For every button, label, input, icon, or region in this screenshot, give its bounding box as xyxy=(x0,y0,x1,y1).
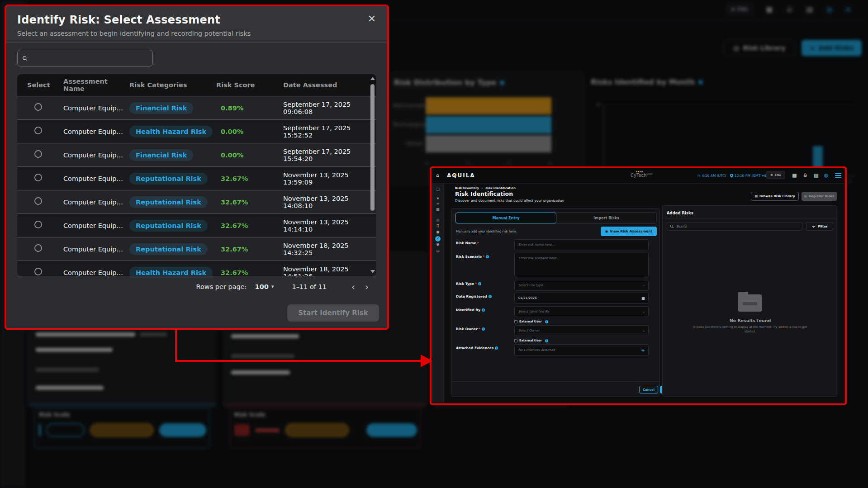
register-risks-button[interactable]: ⊞ Register Risks xyxy=(802,192,837,201)
risk-category-badge: Health Hazard Risk xyxy=(129,267,213,276)
cancel-button[interactable]: Cancel xyxy=(639,386,658,393)
next-page-button[interactable]: › xyxy=(360,281,374,292)
info-icon: i xyxy=(486,255,489,258)
assessment-name-cell: Computer Equip… xyxy=(63,246,129,253)
added-risks-search[interactable]: Search xyxy=(667,222,802,231)
table-row[interactable]: Computer Equip… Reputational Risk 32.67%… xyxy=(17,190,376,213)
row-radio[interactable] xyxy=(34,150,42,158)
chevron-down-icon: ⌄ xyxy=(642,310,645,313)
utc-time: ◷ 4:10 AM (UTC) xyxy=(697,174,726,178)
start-identify-risk-button[interactable]: Start Identify Risk xyxy=(287,304,379,322)
assessment-search[interactable] xyxy=(17,50,153,66)
bank-icon[interactable]: Π xyxy=(432,224,444,229)
date-registered-input[interactable]: 01/21/2026 ▦ xyxy=(514,293,649,303)
risk-category-badge: Reputational Risk xyxy=(129,220,208,232)
table-row[interactable]: Computer Equip… Financial Risk 0.89% Sep… xyxy=(17,96,376,119)
rows-per-page-value[interactable]: 100 xyxy=(255,283,269,290)
rows-per-page-label: Rows per page: xyxy=(196,283,247,290)
row-radio[interactable] xyxy=(34,127,42,134)
scrollbar-thumb[interactable] xyxy=(370,84,375,211)
row-radio[interactable] xyxy=(34,197,42,205)
screenshot-root: ⊕ ENG ▦ 🕭 ▤ ◍ ≡ ▤ Risk Library + Add Ris… xyxy=(0,0,868,488)
tab-import-risks[interactable]: Import Risks xyxy=(556,213,656,223)
list-icon[interactable]: ≡ xyxy=(432,202,444,206)
panel-icon[interactable]: ❏ xyxy=(432,187,444,192)
table-row[interactable]: Computer Equip… Health Hazard Risk 0.00%… xyxy=(17,119,376,143)
risk-name-input[interactable]: Enter risk name here... xyxy=(514,239,649,250)
row-radio[interactable] xyxy=(34,244,42,252)
bell-icon[interactable]: 🕭 xyxy=(802,172,808,178)
date-assessed-cell: November 13, 2025 14:14:10 xyxy=(283,218,376,233)
home-icon[interactable]: ⌂ xyxy=(436,172,439,178)
date-assessed-cell: November 13, 2025 14:08:10 xyxy=(283,195,376,209)
row-radio[interactable] xyxy=(34,103,42,111)
no-results-title: No Results found xyxy=(663,318,838,323)
added-risks-title: Added Risks xyxy=(667,211,693,215)
assessment-table: Select Assessment Name Risk Categories R… xyxy=(17,74,376,276)
risk-category-badge: Financial Risk xyxy=(129,149,193,161)
external-user-checkbox[interactable] xyxy=(514,339,517,342)
modal-header: Identify Risk: Select Assessment Select … xyxy=(6,6,387,43)
risk-score-cell: 32.67% xyxy=(216,246,283,253)
info-icon: i xyxy=(545,339,548,342)
scroll-up-arrow[interactable] xyxy=(370,77,375,80)
page-subtitle: Discover and document risks that could a… xyxy=(455,199,564,203)
info-icon: i xyxy=(545,320,548,323)
date-assessed-cell: November 18, 2025 14:32:25 xyxy=(283,242,376,256)
filter-button[interactable]: Filter xyxy=(806,222,833,231)
menu-icon[interactable] xyxy=(835,173,841,179)
row-radio[interactable] xyxy=(34,268,42,275)
lifebuoy-icon[interactable]: ◎ xyxy=(432,218,444,223)
info-icon: i xyxy=(478,282,481,285)
shield-icon[interactable]: ⬟ xyxy=(432,230,444,235)
row-radio[interactable] xyxy=(34,174,42,181)
date-assessed-cell: September 17, 2025 15:54:20 xyxy=(283,148,376,162)
browse-risk-library-button[interactable]: ▤ Browse Risk Library xyxy=(751,192,799,201)
language-selector[interactable]: ⊕ ENG xyxy=(766,171,785,179)
risk-scenario-textarea[interactable]: Enter risk scenario here... xyxy=(514,253,649,277)
risk-owner-label: Risk Owner*i xyxy=(456,327,485,331)
sphere-icon[interactable]: ◍ xyxy=(823,172,829,178)
breadcrumb-parent[interactable]: Risk Inventory xyxy=(455,186,479,190)
add-evidence-button[interactable]: + xyxy=(641,348,645,353)
search-input[interactable] xyxy=(31,55,148,62)
table-row[interactable]: Computer Equip… Reputational Risk 32.67%… xyxy=(17,166,376,190)
annotation-arrow-vertical xyxy=(175,329,177,362)
layout-icon[interactable]: ▦ xyxy=(432,207,444,212)
attached-evidences-label: Attached Evidencesi xyxy=(456,346,498,350)
row-radio[interactable] xyxy=(34,221,42,228)
prev-page-button[interactable]: ‹ xyxy=(346,281,360,292)
attached-evidences-field[interactable]: No Evidences Attached + xyxy=(514,344,649,356)
pagination-range: 1–11 of 11 xyxy=(292,283,327,290)
identified-by-select[interactable]: Select Identified By ⌄ xyxy=(514,306,649,317)
star-icon[interactable]: ★ xyxy=(432,196,444,201)
identified-by-label: Identified Byi xyxy=(456,308,485,312)
docs-icon[interactable]: ▤ xyxy=(813,172,819,178)
risk-scenario-label: Risk Scenario*i xyxy=(456,255,489,259)
organization-icon[interactable]: ▦ xyxy=(792,172,797,178)
risk-identification-active-icon[interactable]: ✓ xyxy=(435,236,441,242)
close-icon[interactable]: ✕ xyxy=(365,13,378,25)
table-body: Computer Equip… Financial Risk 0.89% Sep… xyxy=(17,96,376,276)
chevron-down-icon[interactable]: ▾ xyxy=(271,284,274,289)
scroll-down-arrow[interactable] xyxy=(370,270,375,273)
date-registered-label: Date Registeredi xyxy=(456,294,492,298)
external-user-checkbox[interactable] xyxy=(514,320,517,323)
guard-icon[interactable]: ⛊ xyxy=(432,243,444,247)
risk-category-badge: Reputational Risk xyxy=(129,243,208,255)
risk-owner-select[interactable]: Select Owner ⌄ xyxy=(514,325,649,336)
table-scrollbar[interactable] xyxy=(370,76,375,274)
table-row[interactable]: Computer Equip… Reputational Risk 32.67%… xyxy=(17,237,376,261)
annotation-arrow-head xyxy=(421,355,432,367)
table-row[interactable]: Computer Equip… Reputational Risk 32.67%… xyxy=(17,213,376,237)
form-helper-text: Manually add your identified risk here. xyxy=(456,230,517,233)
calendar-icon[interactable]: ▦ xyxy=(641,296,645,300)
database-icon[interactable]: ⛁ xyxy=(432,249,444,254)
tab-manual-entry[interactable]: Manual Entry xyxy=(455,213,556,223)
view-risk-assessment-button[interactable]: ◉ View Risk Assessment xyxy=(601,227,657,236)
risk-type-select[interactable]: Select risk type... ⌄ xyxy=(514,280,649,291)
table-row[interactable]: Computer Equip… Health Hazard Risk 32.67… xyxy=(17,261,376,276)
date-assessed-cell: September 17, 2025 09:06:08 xyxy=(283,101,376,115)
table-row[interactable]: Computer Equip… Financial Risk 0.00% Sep… xyxy=(17,143,376,166)
risk-type-label: Risk Type*i xyxy=(456,282,481,286)
